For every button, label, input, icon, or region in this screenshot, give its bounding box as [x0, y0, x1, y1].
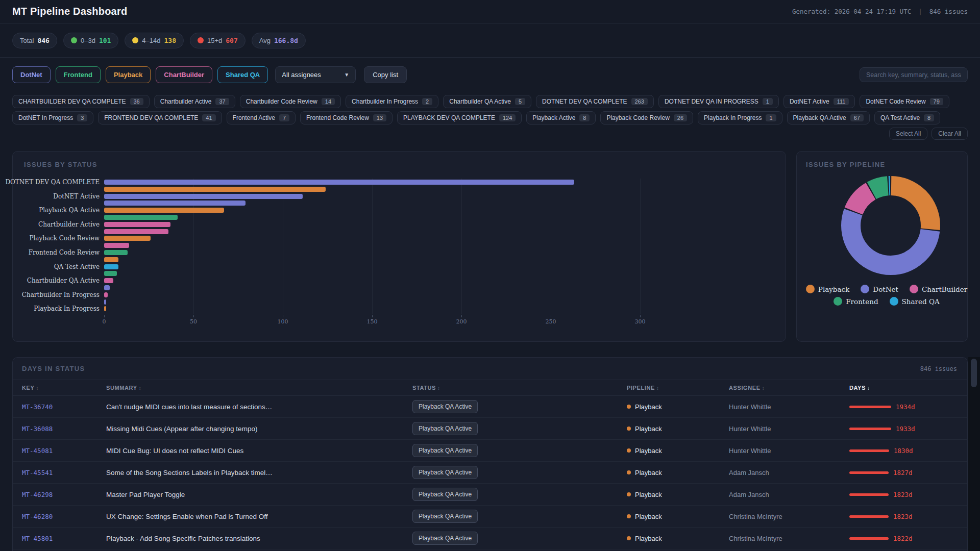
days-cell: 1830d: [849, 447, 967, 455]
pipeline-filter-playback[interactable]: Playback: [106, 66, 151, 83]
chip-label: DOTNET DEV QA COMPLETE: [542, 98, 627, 105]
legend-color-icon: [806, 285, 815, 293]
legend-label: Frontend: [846, 297, 878, 306]
issue-key-link[interactable]: MT-45081: [22, 447, 106, 455]
status-filter-chip[interactable]: Frontend Active7: [227, 111, 296, 124]
chip-count-badge: 5: [515, 98, 525, 105]
status-filter-chip[interactable]: Chartbuilder In Progress2: [346, 95, 438, 108]
status-filter-chip[interactable]: PLAYBACK DEV QA COMPLETE124: [397, 111, 522, 124]
chip-label: CHARTBUILDER DEV QA COMPLETE: [18, 98, 126, 105]
status-filter-chip[interactable]: Playback QA Active67: [787, 111, 870, 124]
axis-tick-label: 50: [190, 318, 197, 325]
status-filter-chip[interactable]: DOTNET DEV QA COMPLETE263: [536, 95, 654, 108]
status-filter-chip[interactable]: Playback Active8: [526, 111, 596, 124]
bar-row: Chartbuilder In Progress: [24, 291, 786, 298]
chip-label: Frontend Active: [233, 114, 275, 121]
chevron-down-icon: ▼: [344, 72, 349, 78]
pipeline-filter-frontend[interactable]: Frontend: [56, 66, 101, 83]
search-input[interactable]: [860, 67, 968, 82]
issue-key-link[interactable]: MT-36088: [22, 425, 106, 433]
chip-count-badge: 26: [674, 114, 687, 121]
issues-count: 846 issues: [929, 8, 968, 15]
status-bar: [104, 215, 178, 220]
days-cell: 1934d: [849, 403, 967, 411]
status-filter-chip[interactable]: QA Test Active8: [874, 111, 940, 124]
status-bar: [104, 194, 303, 199]
chip-count-badge: 37: [215, 98, 229, 105]
chip-label: Playback Active: [532, 114, 575, 121]
assignee-name: Hunter Whittle: [729, 403, 849, 411]
status-badge: Playback QA Active: [412, 532, 478, 545]
axis-tick: [193, 315, 194, 317]
copy-list-button[interactable]: Copy list: [364, 66, 407, 83]
status-bar: [104, 187, 326, 192]
sort-arrow-icon: ↕: [762, 385, 765, 391]
status-badge: Playback QA Active: [412, 510, 478, 523]
days-value: 1822d: [893, 535, 913, 542]
assignee-name: Adam Jansch: [729, 491, 849, 498]
pipeline-filter-chartbuilder[interactable]: ChartBuilder: [156, 66, 212, 83]
column-header-key[interactable]: KEY↕: [22, 385, 106, 391]
status-bar: [104, 264, 118, 269]
issue-key-link[interactable]: MT-45801: [22, 535, 106, 542]
status-filter-chip[interactable]: Chartbuilder QA Active5: [443, 95, 531, 108]
chip-label: Playback In Progress: [704, 114, 762, 121]
column-header-assignee[interactable]: ASSIGNEE↕: [729, 385, 849, 391]
status-filter-chip[interactable]: DotNET In Progress3: [12, 111, 93, 124]
days-value: 1933d: [896, 425, 915, 433]
issue-key-link[interactable]: MT-46298: [22, 491, 106, 498]
pipeline-name: Playback: [635, 403, 662, 411]
stat-pill-avg: Avg166.8d: [252, 33, 306, 48]
assignee-name: Christina McIntyre: [729, 535, 849, 542]
table-row: MT-36740Can't nudge MIDI cues into last …: [13, 396, 967, 418]
legend-item-dotnet: DotNet: [861, 285, 898, 293]
assignee-select[interactable]: All assignees ▼: [275, 66, 356, 83]
status-bar: [104, 229, 168, 234]
chip-count-badge: 2: [422, 98, 432, 105]
status-filter-chip[interactable]: Chartbuilder Active37: [154, 95, 235, 108]
column-header-pipeline[interactable]: PIPELINE↕: [627, 385, 729, 391]
issue-key-link[interactable]: MT-45541: [22, 469, 106, 477]
bar-row: [24, 284, 786, 291]
column-header-summary[interactable]: SUMMARY↕: [106, 385, 412, 391]
axis-tick: [551, 315, 551, 317]
assignee-name: Christina McIntyre: [729, 513, 849, 520]
pipeline-name: Playback: [635, 491, 662, 498]
axis-tick-label: 150: [367, 318, 378, 325]
bar-category-label: Playback Code Review: [0, 235, 100, 242]
status-filter-chip[interactable]: Playback In Progress1: [698, 111, 782, 124]
status-filter-chip[interactable]: FRONTEND DEV QA COMPLETE41: [98, 111, 222, 124]
pipeline-name: Playback: [635, 425, 662, 433]
table-scrollbar-thumb[interactable]: [971, 359, 977, 387]
status-filter-chip[interactable]: DOTNET DEV QA IN PROGRESS1: [658, 95, 779, 108]
status-filter-chip[interactable]: DotNET Code Review79: [860, 95, 949, 108]
pipeline-filter-dotnet[interactable]: DotNet: [12, 66, 51, 83]
pipeline-filter-sharedqa[interactable]: Shared QA: [217, 66, 268, 83]
status-filter-chip[interactable]: Playback Code Review26: [600, 111, 693, 124]
pipeline-name: Playback: [635, 447, 662, 455]
status-badge: Playback QA Active: [412, 488, 478, 501]
stat-label: Total: [20, 37, 34, 44]
status-filter-chip[interactable]: Chartbuilder Code Review14: [240, 95, 341, 108]
status-dot-icon: [198, 37, 204, 43]
column-header-status[interactable]: STATUS↕: [412, 385, 627, 391]
status-filter-chip[interactable]: DotNET Active111: [783, 95, 855, 108]
pipeline-dot-icon: [627, 536, 631, 540]
legend-label: DotNet: [873, 285, 898, 293]
days-cell: 1822d: [849, 535, 967, 542]
chip-label: DOTNET DEV QA IN PROGRESS: [665, 98, 758, 105]
legend-row: PlaybackDotNetChartBuilder: [806, 285, 967, 293]
issue-key-link[interactable]: MT-46280: [22, 513, 106, 520]
issue-key-link[interactable]: MT-36740: [22, 403, 106, 411]
status-filter-chip[interactable]: Frontend Code Review13: [300, 111, 393, 124]
table-scrollbar-track[interactable]: [968, 357, 980, 551]
status-filter-chip[interactable]: CHARTBUILDER DEV QA COMPLETE36: [12, 95, 150, 108]
issue-summary: Playback - Add Song Specific Patches tra…: [106, 535, 412, 542]
select-all-button[interactable]: Select All: [889, 128, 927, 140]
clear-all-button[interactable]: Clear All: [932, 128, 968, 140]
status-chip-group: CHARTBUILDER DEV QA COMPLETE36Chartbuild…: [0, 83, 980, 124]
legend-label: Playback: [818, 285, 850, 293]
column-header-days[interactable]: DAYS↓: [849, 385, 967, 391]
table-title: DAYS IN STATUS: [22, 365, 85, 372]
chip-count-badge: 8: [579, 114, 590, 121]
